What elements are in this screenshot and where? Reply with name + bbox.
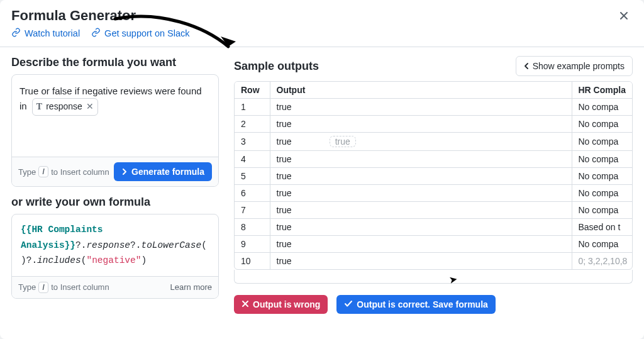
table-row[interactable]: 10true0; 3,2,2,10,8 [235,253,632,270]
table-row[interactable]: 5trueNo compa [235,168,632,185]
table-header-row: Row Output HR Compla [235,82,632,99]
slash-key: / [38,166,48,177]
cell-hr: No compa [572,236,632,253]
link-icon [91,28,101,39]
check-icon [344,299,353,309]
code-op: ( [201,240,207,250]
col-header-hr: HR Compla [572,82,632,99]
cell-output: true [270,116,572,133]
cell-row-number: 7 [235,202,270,219]
own-formula-title: or write your own formula [11,196,219,209]
cell-hr: No compa [572,202,632,219]
cell-row-number: 4 [235,151,270,168]
wrong-label: Output is wrong [253,299,320,309]
dialog-header: Formula Generator Watch tutorial Get sup… [11,8,633,39]
hint-word-type: Type [18,167,36,177]
cell-output: true [270,99,572,116]
get-support-link[interactable]: Get support on Slack [91,28,189,39]
sample-outputs-title: Sample outputs [234,60,319,73]
column-token-response[interactable]: T response ✕ [32,98,98,116]
slash-key: / [38,282,48,293]
learn-more-link[interactable]: Learn more [170,282,212,292]
cell-hr: No compa [572,99,632,116]
page-title: Formula Generator [11,8,190,24]
cell-output: true [270,236,572,253]
describe-title: Describe the formula you want [11,56,219,69]
show-examples-label: Show example prompts [533,61,625,71]
table-row[interactable]: 7trueNo compa [235,202,632,219]
text-type-icon: T [36,100,42,114]
cell-row-number: 6 [235,185,270,202]
cell-row-number: 2 [235,116,270,133]
link-icon [11,28,21,39]
close-button[interactable] [615,8,633,25]
code-prop: response [86,240,130,250]
close-icon [619,11,629,23]
cell-output: true [270,168,572,185]
table-row[interactable]: 2trueNo compa [235,116,632,133]
insert-column-hint-2: Type / to Insert column [18,282,109,293]
formula-description-input[interactable]: True or false if negative reviews were f… [12,75,218,157]
chevron-left-icon [524,61,529,71]
cell-row-number: 1 [235,99,270,116]
code-op: ?. [26,255,37,265]
cell-row-number: 8 [235,219,270,236]
formula-code-editor[interactable]: {{HR Complaints Analysis}}?.response?.to… [12,214,218,276]
cell-row-number: 3 [235,133,270,151]
table-row[interactable]: 6trueNo compa [235,185,632,202]
ghost-preview: true [330,136,356,147]
correct-label: Output is correct. Save formula [357,299,488,309]
show-example-prompts-button[interactable]: Show example prompts [516,56,633,76]
cell-hr: No compa [572,116,632,133]
output-wrong-button[interactable]: Output is wrong [234,295,328,314]
code-op: ?. [130,240,141,250]
insert-column-hint: Type / to Insert column [18,166,109,177]
sample-output-table: Row Output HR Compla 1trueNo compa2trueN… [234,81,633,270]
formula-generator-dialog: Formula Generator Watch tutorial Get sup… [0,0,644,339]
cell-output: true [270,253,572,270]
table-row[interactable]: 4trueNo compa [235,151,632,168]
cell-output: true [270,202,572,219]
output-correct-button[interactable]: Output is correct. Save formula [336,295,496,314]
hint-suffix: to Insert column [51,167,109,177]
table-row[interactable]: 9trueNo compa [235,236,632,253]
code-string: "negative" [86,255,141,265]
cell-hr: No compa [572,185,632,202]
get-support-label: Get support on Slack [104,28,189,38]
hint-word-type: Type [18,282,36,292]
cell-output: true [270,185,572,202]
token-label: response [46,100,82,114]
watch-tutorial-link[interactable]: Watch tutorial [11,28,80,39]
table-row[interactable]: 3truetrueNo compa [235,133,632,151]
cell-output: true [270,219,572,236]
remove-token-icon[interactable]: ✕ [86,100,94,114]
generate-formula-button[interactable]: Generate formula [114,162,212,181]
cell-row-number: 5 [235,168,270,185]
code-op: ) [21,255,26,265]
chevron-right-icon [121,167,128,177]
cell-output: truetrue [270,133,572,151]
horizontal-scrollbar[interactable] [234,270,633,284]
table-row[interactable]: 1trueNo compa [235,99,632,116]
code-prop: includes [37,255,81,265]
cell-hr: No compa [572,151,632,168]
x-icon [242,299,249,309]
code-op: ?. [75,240,86,250]
cell-row-number: 9 [235,236,270,253]
table-row[interactable]: 8trueBased on t [235,219,632,236]
generate-label: Generate formula [131,167,204,177]
col-header-output: Output [270,82,572,99]
code-op: ) [141,255,147,265]
col-header-row: Row [235,82,270,99]
header-divider [0,47,644,47]
watch-tutorial-label: Watch tutorial [25,28,80,38]
cell-row-number: 10 [235,253,270,270]
code-prop: toLowerCase [141,240,201,250]
cell-hr: Based on t [572,219,632,236]
hint-suffix: to Insert column [51,282,109,292]
cell-hr: No compa [572,168,632,185]
cell-hr: No compa [572,133,632,151]
cell-output: true [270,151,572,168]
own-formula-panel: {{HR Complaints Analysis}}?.response?.to… [11,214,219,299]
cell-hr: 0; 3,2,2,10,8 [572,253,632,270]
